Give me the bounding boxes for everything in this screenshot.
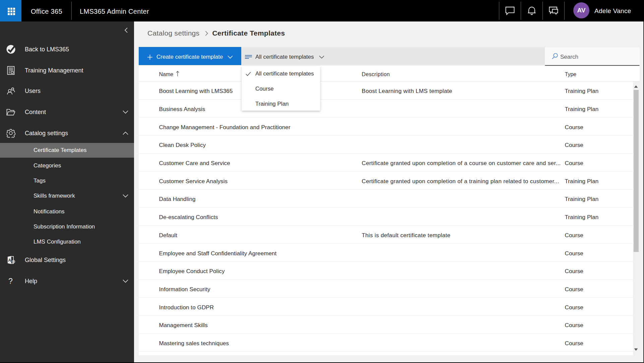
svg-text:A: A — [8, 258, 11, 263]
